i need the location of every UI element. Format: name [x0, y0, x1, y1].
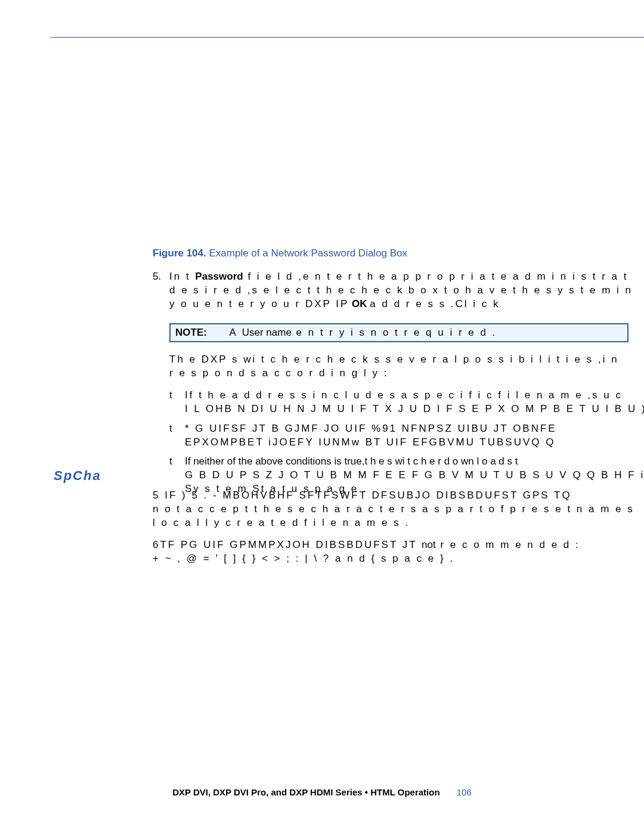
note-a: A: [230, 327, 242, 338]
sp2-l1a: 6TF PG UIF GPMMPXJOH DIBSBDUFST JT: [153, 539, 422, 550]
bullet-body: If t h e a d d r e s s i n c l u d e s a…: [185, 389, 644, 416]
section-heading-special-characters: SpCha: [54, 468, 101, 484]
step-5: 5. In t Password f i e l d ,e n t e r t …: [153, 270, 644, 311]
step5-line3a: y o u e n t e r y o u r DXP IP: [169, 298, 349, 309]
ok-label: OK: [352, 298, 367, 309]
b3-l1: If neither of the above conditions is tr…: [185, 456, 518, 467]
step-number: 5.: [153, 270, 169, 311]
sp1-l1: 5 IF ) 5 . - MBOHVBHF SFTFSWFT DFSUBJO D…: [153, 490, 572, 501]
note-label: NOTE:: [175, 327, 207, 338]
step-body: In t Password f i e l d ,e n t e r t h e…: [169, 270, 644, 311]
footer-title: DXP DVI, DXP DVI Pro, and DXP HDMI Serie…: [172, 787, 439, 797]
password-label: Password: [195, 271, 243, 282]
special-characters-block: 5 IF ) 5 . - MBOHVBHF SFTFSWFT DFSUBJO D…: [153, 489, 644, 574]
figure-number: Figure 104.: [153, 247, 206, 259]
sp1-l2: n o t a c c e p t t h e s e c h a r a c …: [153, 503, 634, 515]
note-box: NOTE: A User name e n t r y i s n o t r …: [169, 323, 628, 342]
note-b: e n t r y i s n o t r e q u i r e d .: [292, 327, 497, 338]
b3-l2: G B D U P S Z J O T U B M M F E E F G B …: [185, 469, 644, 481]
sp-para-2: 6TF PG UIF GPMMPXJOH DIBSBDUFST JT not r…: [153, 538, 644, 566]
step5-text-b: f i e l d ,e n t e r t h e a p p r o p r…: [243, 271, 628, 282]
step5-line3b: a d d r e s s .Cl i c k: [370, 298, 500, 309]
pcheck-l2: r e s p o n d s a c c o r d i n g l y :: [169, 367, 388, 379]
bullet-mark: t: [169, 389, 185, 416]
not-label: not: [422, 539, 436, 550]
b1-l2: I L OHB N DI U H N J M U I F T X J U D I…: [185, 403, 644, 414]
main-content: Figure 104. Example of a Network Passwor…: [153, 60, 644, 504]
bullet-1: t If t h e a d d r e s s i n c l u d e s…: [169, 389, 644, 416]
figure-caption: Figure 104. Example of a Network Passwor…: [153, 247, 644, 259]
figure-title: Example of a Network Password Dialog Box: [206, 247, 407, 259]
top-rule: [50, 37, 644, 38]
step5-line2: d e s i r e d ,s e l e c t t h e c h e c…: [169, 284, 633, 296]
bullet-2: t * G UIFSF JT B GJMF JO UIF %91 NFNPSZ …: [169, 422, 644, 450]
footer-page-number: 106: [457, 787, 472, 797]
paragraph-check: Th e DXP s wi t c h e r c h e c k s s e …: [169, 353, 644, 380]
sp1-l3: l o c a l l y c r e a t e d f i l e n a …: [153, 517, 410, 528]
step5-text-a: In t: [169, 271, 195, 282]
sp-para-1: 5 IF ) 5 . - MBOHVBHF SFTFSWFT DFSUBJO D…: [153, 489, 644, 530]
bullet-body: * G UIFSF JT B GJMF JO UIF %91 NFNPSZ UI…: [185, 422, 557, 450]
bullet-list: t If t h e a d d r e s s i n c l u d e s…: [169, 389, 644, 497]
sp2-l1b: r e c o m m e n d e d :: [440, 539, 580, 550]
sp2-l2: + ~ , @ = ' [ ] { } < > ; : | \ ? a n d …: [153, 553, 454, 564]
b1-l1: If t h e a d d r e s s i n c l u d e s a…: [185, 389, 623, 401]
bullet-mark: t: [169, 422, 185, 450]
b2-l1: * G UIFSF JT B GJMF JO UIF %91 NFNPSZ UI…: [185, 423, 557, 434]
pcheck-l1: Th e DXP s wi t c h e r c h e c k s s e …: [169, 354, 619, 365]
user-name-label: User name: [242, 327, 292, 338]
page-footer: DXP DVI, DXP DVI Pro, and DXP HDMI Serie…: [0, 787, 644, 797]
b2-l2: EPXOMPBET iJOEFY IUNMw BT UIF EFGBVMU TU…: [185, 436, 555, 448]
